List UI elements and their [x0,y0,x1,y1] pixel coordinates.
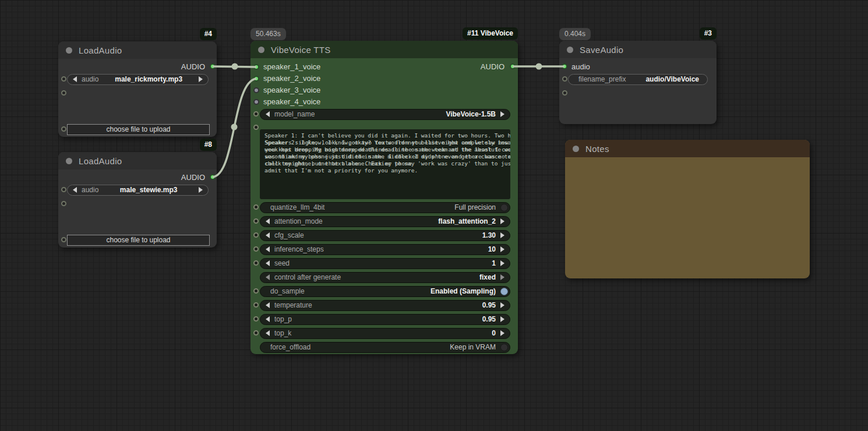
seed-input-socket[interactable] [253,260,259,266]
decrement-arrow-icon[interactable] [266,246,270,252]
node-title-bar[interactable]: Notes [565,140,810,157]
hidden-widget-input-socket[interactable] [61,201,66,206]
node-vibevoice-tts[interactable]: 50.463s #11 VibeVoice VibeVoice TTS spea… [250,41,518,354]
increment-arrow-icon[interactable] [500,302,504,308]
audio-widget-input-socket[interactable] [61,76,66,82]
widget-model-name[interactable]: model_name VibeVoice-1.5B [260,109,510,120]
speaker-4-voice-label: speaker_4_voice [263,97,320,106]
collapse-dot-icon[interactable] [567,47,573,53]
increment-arrow-icon[interactable] [500,232,504,238]
increment-arrow-icon[interactable] [199,76,203,82]
audio-output-socket[interactable] [210,63,216,69]
widget-control-after-generate[interactable]: control after generate fixed [260,272,510,283]
upload-widget-input-socket[interactable] [61,237,66,242]
decrement-arrow-icon[interactable] [266,302,270,308]
quantize-input-socket[interactable] [253,204,259,210]
widget-temperature[interactable]: temperature 0.95 [260,300,510,311]
speaker-4-voice-input-socket[interactable] [253,99,259,105]
temperature-input-socket[interactable] [253,302,259,308]
node-title-bar[interactable]: SaveAudio [559,41,717,58]
top-p-input-socket[interactable] [253,316,259,322]
widget-label: top_k [274,329,291,337]
speaker-3-voice-label: speaker_3_voice [263,86,320,94]
decrement-arrow-icon[interactable] [266,330,270,336]
collapse-dot-icon[interactable] [258,47,264,53]
toggle-knob[interactable] [500,204,508,211]
widget-audio-file[interactable]: audio male_rickmorty.mp3 [67,74,209,85]
notes-body[interactable] [565,157,810,278]
choose-file-button[interactable]: choose file to upload [67,235,210,246]
increment-arrow-icon[interactable] [500,316,504,322]
speaker-2-voice-input-socket[interactable] [253,76,259,82]
text-input-socket[interactable] [253,125,259,130]
widget-audio-file[interactable]: audio male_stewie.mp3 [67,185,209,196]
audio-output-socket[interactable] [210,174,216,180]
choose-file-button[interactable]: choose file to upload [67,124,210,135]
top-k-input-socket[interactable] [253,330,259,335]
speaker-1-voice-input-socket[interactable] [253,64,259,70]
widget-top-p[interactable]: top_p 0.95 [260,314,510,325]
upload-widget-input-socket[interactable] [61,126,66,132]
link-wire[interactable] [213,66,256,67]
audio-output-socket[interactable] [510,63,516,69]
increment-arrow-icon[interactable] [500,246,504,252]
audio-output-label: AUDIO [181,173,205,182]
reroute-dot[interactable] [536,63,542,70]
node-title-bar[interactable]: VibeVoice TTS [250,41,518,58]
collapse-dot-icon[interactable] [66,158,72,164]
inference-steps-input-socket[interactable] [253,246,259,252]
cfg-scale-input-socket[interactable] [253,232,259,238]
do-sample-input-socket[interactable] [253,288,259,294]
widget-value: flash_attention_2 [438,217,496,225]
widget-value: 0.95 [482,315,496,323]
link-wire[interactable] [213,79,256,177]
node-saveaudio-3[interactable]: 0.404s #3 SaveAudio audio filename_prefi… [559,41,717,124]
widget-value: 1 [492,259,496,267]
decrement-arrow-icon[interactable] [73,187,77,193]
widget-top-k[interactable]: top_k 0 [260,328,510,339]
widget-do-sample[interactable]: do_sample Enabled (Sampling) [260,286,510,297]
increment-arrow-icon[interactable] [500,274,504,280]
attention-mode-input-socket[interactable] [253,218,259,224]
widget-attention-mode[interactable]: attention_mode flash_attention_2 [260,216,510,227]
node-title-bar[interactable]: LoadAudio [58,152,217,169]
widget-force-offload[interactable]: force_offload Keep in VRAM [260,342,510,353]
node-title-bar[interactable]: LoadAudio [58,41,217,59]
node-notes[interactable]: Notes [565,140,810,278]
node-loadaudio-8[interactable]: #8 LoadAudio AUDIO audio male_stewie.mp3… [58,152,217,248]
hidden-widget-input-socket[interactable] [562,90,567,96]
filename-prefix-input-socket[interactable] [562,76,567,82]
node-title: Notes [585,144,609,154]
decrement-arrow-icon[interactable] [266,232,270,238]
widget-label: cfg_scale [274,231,304,239]
speaker-3-voice-input-socket[interactable] [253,87,259,93]
toggle-knob[interactable] [500,288,508,295]
hidden-widget-input-socket[interactable] [61,90,66,96]
node-loadaudio-4[interactable]: #4 LoadAudio AUDIO audio male_rickmorty.… [58,41,217,137]
collapse-dot-icon[interactable] [573,146,579,152]
increment-arrow-icon[interactable] [199,187,203,193]
model-name-input-socket[interactable] [253,111,259,116]
decrement-arrow-icon[interactable] [266,111,270,117]
increment-arrow-icon[interactable] [500,330,504,336]
reroute-dot[interactable] [231,124,238,130]
collapse-dot-icon[interactable] [66,47,72,54]
increment-arrow-icon[interactable] [500,260,504,266]
widget-cfg-scale[interactable]: cfg_scale 1.30 [260,230,510,241]
decrement-arrow-icon[interactable] [266,218,270,224]
widget-quantize-llm-4bit[interactable]: quantize_llm_4bit Full precision [260,202,510,213]
audio-input-socket[interactable] [562,63,567,69]
widget-inference-steps[interactable]: inference_steps 10 [260,244,510,255]
audio-widget-input-socket[interactable] [61,187,66,192]
decrement-arrow-icon[interactable] [73,76,77,82]
script-text-area[interactable]: Speaker 1: I can't believe you did it ag… [260,129,510,199]
decrement-arrow-icon[interactable] [266,316,270,322]
increment-arrow-icon[interactable] [500,218,504,224]
increment-arrow-icon[interactable] [500,111,504,117]
reroute-dot[interactable] [232,63,238,70]
widget-seed[interactable]: seed 1 [260,258,510,269]
decrement-arrow-icon[interactable] [266,274,270,280]
toggle-knob[interactable] [500,344,508,351]
decrement-arrow-icon[interactable] [266,260,270,266]
widget-filename-prefix[interactable]: filename_prefix audio/VibeVoice [568,74,708,85]
